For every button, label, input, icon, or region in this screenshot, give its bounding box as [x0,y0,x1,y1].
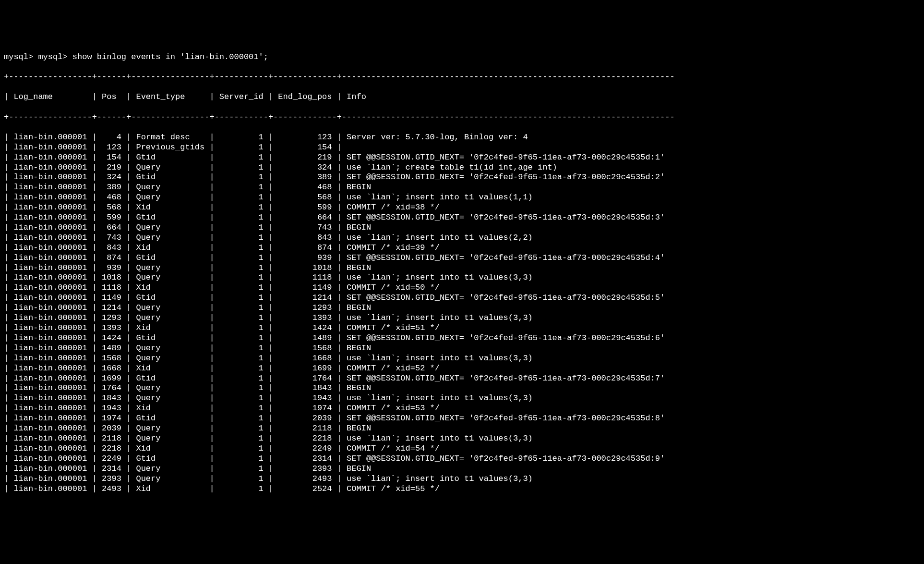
table-row: | lian-bin.000001 | 1974 | Gtid | 1 | 20… [4,414,920,424]
table-row: | lian-bin.000001 | 1214 | Query | 1 | 1… [4,303,920,313]
table-row: | lian-bin.000001 | 1393 | Xid | 1 | 142… [4,323,920,333]
terminal-output: mysql> mysql> show binlog events in 'lia… [4,42,920,504]
table-header-border: +-----------------+------+--------------… [4,112,920,123]
table-row: | lian-bin.000001 | 324 | Gtid | 1 | 389… [4,172,920,183]
table-row: | lian-bin.000001 | 389 | Query | 1 | 46… [4,183,920,193]
table-header-row: | Log_name | Pos | Event_type | Server_i… [4,92,920,102]
table-row: | lian-bin.000001 | 1118 | Xid | 1 | 114… [4,283,920,293]
table-top-border: +-----------------+------+--------------… [4,72,920,82]
table-body: | lian-bin.000001 | 4 | Format_desc | 1 … [4,133,920,494]
table-row: | lian-bin.000001 | 599 | Gtid | 1 | 664… [4,213,920,223]
table-row: | lian-bin.000001 | 2039 | Query | 1 | 2… [4,424,920,434]
table-row: | lian-bin.000001 | 1293 | Query | 1 | 1… [4,313,920,323]
table-row: | lian-bin.000001 | 2493 | Xid | 1 | 252… [4,484,920,494]
table-row: | lian-bin.000001 | 468 | Query | 1 | 56… [4,193,920,203]
table-row: | lian-bin.000001 | 219 | Query | 1 | 32… [4,163,920,173]
table-row: | lian-bin.000001 | 1149 | Gtid | 1 | 12… [4,293,920,303]
table-row: | lian-bin.000001 | 4 | Format_desc | 1 … [4,133,920,143]
table-row: | lian-bin.000001 | 2314 | Query | 1 | 2… [4,464,920,474]
table-row: | lian-bin.000001 | 2249 | Gtid | 1 | 23… [4,454,920,464]
table-row: | lian-bin.000001 | 1018 | Query | 1 | 1… [4,273,920,283]
table-row: | lian-bin.000001 | 874 | Gtid | 1 | 939… [4,253,920,263]
table-row: | lian-bin.000001 | 1843 | Query | 1 | 1… [4,393,920,404]
table-row: | lian-bin.000001 | 154 | Gtid | 1 | 219… [4,153,920,163]
table-row: | lian-bin.000001 | 2393 | Query | 1 | 2… [4,474,920,484]
table-row: | lian-bin.000001 | 1489 | Query | 1 | 1… [4,343,920,354]
table-row: | lian-bin.000001 | 2118 | Query | 1 | 2… [4,434,920,444]
table-row: | lian-bin.000001 | 743 | Query | 1 | 84… [4,233,920,243]
command-line: mysql> mysql> show binlog events in 'lia… [4,52,920,62]
table-row: | lian-bin.000001 | 1668 | Xid | 1 | 169… [4,364,920,374]
table-row: | lian-bin.000001 | 568 | Xid | 1 | 599 … [4,203,920,213]
table-row: | lian-bin.000001 | 939 | Query | 1 | 10… [4,263,920,273]
table-row: | lian-bin.000001 | 1699 | Gtid | 1 | 17… [4,374,920,384]
table-row: | lian-bin.000001 | 1943 | Xid | 1 | 197… [4,404,920,414]
table-row: | lian-bin.000001 | 843 | Xid | 1 | 874 … [4,243,920,253]
table-row: | lian-bin.000001 | 123 | Previous_gtids… [4,143,920,153]
table-row: | lian-bin.000001 | 2218 | Xid | 1 | 224… [4,444,920,454]
table-row: | lian-bin.000001 | 664 | Query | 1 | 74… [4,223,920,233]
table-row: | lian-bin.000001 | 1764 | Query | 1 | 1… [4,383,920,393]
table-row: | lian-bin.000001 | 1424 | Gtid | 1 | 14… [4,333,920,343]
table-row: | lian-bin.000001 | 1568 | Query | 1 | 1… [4,354,920,364]
